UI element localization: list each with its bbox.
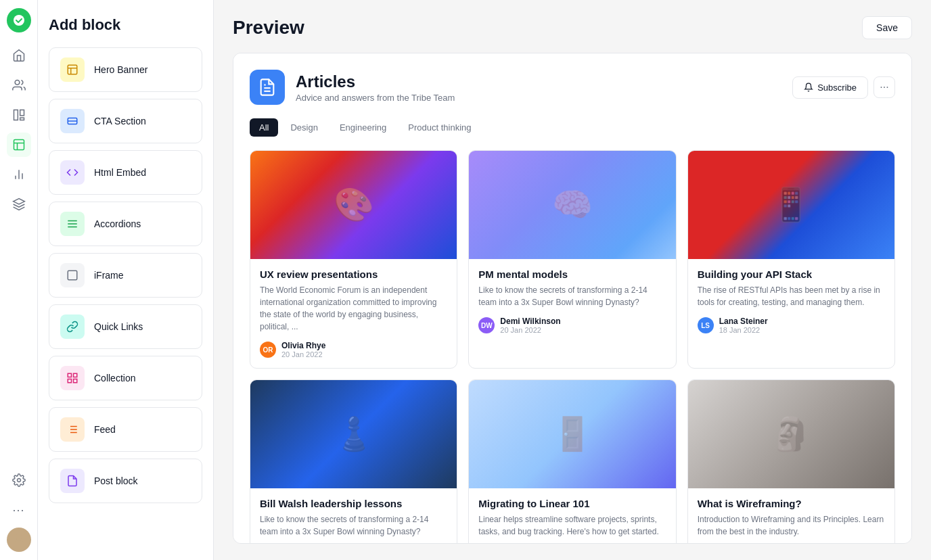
- sidebar: ···: [0, 0, 38, 560]
- svg-rect-20: [68, 271, 77, 280]
- settings-icon[interactable]: [7, 468, 31, 492]
- article-body-api-stack: Building your API Stack The rise of REST…: [688, 259, 894, 344]
- article-card-api-stack[interactable]: 📱 Building your API Stack The rise of RE…: [687, 150, 895, 369]
- article-desc: Like to know the secrets of transforming…: [478, 284, 666, 308]
- block-label: Post block: [94, 475, 138, 486]
- sidebar-logo[interactable]: [7, 8, 31, 32]
- users-icon[interactable]: [7, 73, 31, 97]
- chart-icon[interactable]: [7, 162, 31, 187]
- author-avatar: DW: [478, 317, 495, 333]
- block-item-hero-banner[interactable]: Hero Banner: [49, 47, 202, 92]
- article-image-ux-review: 🎨: [250, 151, 457, 259]
- author-name: Demi Wilkinson: [500, 317, 560, 326]
- bell-icon: [804, 83, 813, 92]
- add-block-panel: Add block Hero Banner CTA Section Html E…: [38, 0, 214, 560]
- article-image-pm-mental: 🧠: [469, 151, 675, 259]
- article-card-linear-101[interactable]: 🚪 Migrating to Linear 101 Linear helps s…: [468, 379, 676, 544]
- author-info: Demi Wilkinson 20 Jan 2022: [500, 317, 560, 334]
- block-label: Accordions: [94, 218, 141, 229]
- block-item-collection[interactable]: Collection: [49, 356, 202, 400]
- svg-rect-3: [20, 110, 24, 116]
- article-title: Building your API Stack: [698, 269, 885, 280]
- svg-point-1: [15, 80, 20, 85]
- layout-icon[interactable]: [7, 133, 31, 157]
- svg-rect-12: [68, 65, 77, 74]
- author-avatar: LS: [698, 317, 714, 333]
- article-card-pm-mental[interactable]: 🧠 PM mental models Like to know the secr…: [468, 150, 676, 369]
- svg-rect-21: [68, 373, 71, 377]
- articles-actions: Subscribe ···: [792, 76, 895, 99]
- block-label: Feed: [94, 424, 116, 435]
- author-date: 18 Jan 2022: [719, 326, 768, 334]
- tab-all[interactable]: All: [250, 118, 278, 137]
- tab-engineering[interactable]: Engineering: [330, 118, 396, 137]
- more-dots[interactable]: ···: [7, 498, 31, 522]
- block-label: Html Embed: [94, 167, 146, 178]
- author-info: Olivia Rhye 20 Jan 2022: [281, 341, 325, 358]
- article-tabs: All Design Engineering Product thinking: [250, 118, 895, 137]
- article-image-api-stack: 📱: [688, 151, 894, 259]
- article-image-bill-walsh: ♟️: [250, 380, 457, 488]
- block-item-html-embed[interactable]: Html Embed: [49, 150, 202, 195]
- subscribe-button[interactable]: Subscribe: [792, 76, 868, 99]
- author-date: 20 Jan 2022: [500, 326, 560, 334]
- accordions-icon: [60, 212, 85, 236]
- block-item-iframe[interactable]: iFrame: [49, 253, 202, 298]
- block-item-feed[interactable]: Feed: [49, 407, 202, 452]
- cta-section-icon: [60, 109, 85, 133]
- article-grid: 🎨 UX review presentations The World Econ…: [250, 150, 895, 544]
- user-avatar[interactable]: [7, 528, 31, 552]
- article-author: LS Lana Steiner 18 Jan 2022: [698, 317, 885, 334]
- subscribe-label: Subscribe: [817, 83, 857, 93]
- article-title: What is Wireframing?: [698, 498, 885, 509]
- article-desc: Like to know the secrets of transforming…: [260, 513, 447, 538]
- home-icon[interactable]: [7, 43, 31, 68]
- article-title: UX review presentations: [260, 269, 447, 280]
- block-label: CTA Section: [94, 116, 146, 126]
- articles-header: Articles Advice and answers from the Tri…: [250, 70, 895, 105]
- article-body-bill-walsh: Bill Walsh leadership lessons Like to kn…: [250, 488, 457, 544]
- main-header: Preview Save: [233, 16, 912, 39]
- articles-title: Articles: [296, 72, 455, 91]
- svg-rect-4: [20, 118, 24, 120]
- article-body-wireframing: What is Wireframing? Introduction to Wir…: [688, 488, 894, 544]
- article-desc: The World Economic Forum is an independe…: [260, 284, 447, 333]
- article-title: Migrating to Linear 101: [478, 498, 666, 509]
- layers-icon[interactable]: [7, 192, 31, 216]
- iframe-icon: [60, 263, 85, 287]
- html-embed-icon: [60, 160, 85, 185]
- feed-icon: [60, 417, 85, 442]
- preview-title: Preview: [233, 17, 304, 39]
- svg-rect-23: [74, 379, 77, 383]
- block-label: Collection: [94, 373, 135, 383]
- save-button[interactable]: Save: [862, 16, 912, 39]
- articles-subtitle: Advice and answers from the Tribe Team: [296, 93, 455, 103]
- tab-design[interactable]: Design: [281, 118, 327, 137]
- article-card-bill-walsh[interactable]: ♟️ Bill Walsh leadership lessons Like to…: [250, 379, 457, 544]
- article-image-linear-101: 🚪: [469, 380, 675, 488]
- add-block-title: Add block: [49, 16, 202, 34]
- article-body-linear-101: Migrating to Linear 101 Linear helps str…: [469, 488, 675, 544]
- article-title: Bill Walsh leadership lessons: [260, 498, 447, 509]
- block-item-post-block[interactable]: Post block: [49, 459, 202, 503]
- svg-rect-22: [74, 373, 77, 377]
- svg-point-10: [17, 479, 20, 482]
- more-dots-label: ···: [880, 81, 888, 93]
- article-desc: The rise of RESTful APIs has been met by…: [698, 284, 885, 308]
- author-avatar: OR: [260, 342, 276, 358]
- more-button[interactable]: ···: [873, 76, 895, 98]
- block-item-cta-section[interactable]: CTA Section: [49, 99, 202, 143]
- article-author: DW Demi Wilkinson 20 Jan 2022: [478, 317, 666, 334]
- block-label: Hero Banner: [94, 64, 147, 75]
- article-card-wireframing[interactable]: 🗿 What is Wireframing? Introduction to W…: [687, 379, 895, 544]
- block-item-accordions[interactable]: Accordions: [49, 202, 202, 246]
- author-name: Olivia Rhye: [281, 341, 325, 350]
- block-item-quick-links[interactable]: Quick Links: [49, 304, 202, 349]
- article-desc: Introduction to Wireframing and its Prin…: [698, 513, 885, 538]
- svg-point-11: [16, 534, 22, 540]
- article-card-ux-review[interactable]: 🎨 UX review presentations The World Econ…: [250, 150, 457, 369]
- content-icon[interactable]: [7, 103, 31, 127]
- svg-point-0: [14, 15, 24, 26]
- tab-product-thinking[interactable]: Product thinking: [399, 118, 480, 137]
- post-block-icon: [60, 469, 85, 493]
